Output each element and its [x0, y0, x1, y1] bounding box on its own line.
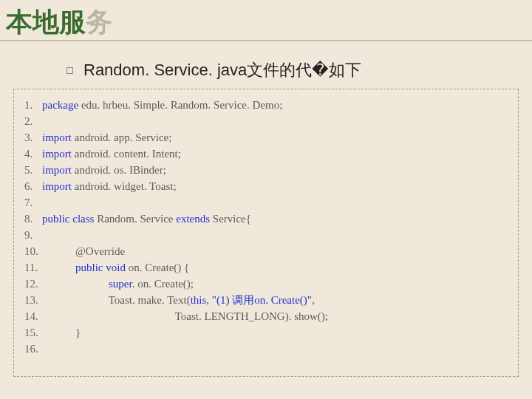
code-line: 6.import android. widget. Toast; [24, 178, 508, 194]
subtitle-row: Random. Service. java文件的代�如下 [66, 59, 361, 81]
slide: 本地服务 Random. Service. java文件的代�如下 1.pack… [0, 0, 532, 399]
line-content: import android. app. Service; [42, 129, 171, 146]
title-underline [0, 40, 532, 41]
page-title: 本地服务 [6, 4, 112, 41]
line-number: 15. [24, 324, 42, 341]
square-bullet-icon [66, 67, 73, 74]
code-line: 15. } [24, 324, 508, 341]
code-line: 5.import android. os. IBinder; [24, 162, 508, 178]
subtitle-text: Random. Service. java文件的代�如下 [83, 59, 361, 81]
code-line: 7. [24, 194, 508, 211]
code-line: 9. [24, 227, 508, 243]
line-number: 1. [24, 97, 42, 113]
line-number: 10. [24, 243, 42, 259]
line-content: import android. content. Intent; [42, 146, 181, 162]
line-content: package edu. hrbeu. Simple. Random. Serv… [42, 97, 282, 113]
code-line: 1.package edu. hrbeu. Simple. Random. Se… [24, 97, 508, 113]
line-number: 13. [24, 292, 42, 308]
code-line: 10. @Override [24, 243, 508, 259]
line-content: import android. widget. Toast; [42, 178, 177, 194]
code-line: 3.import android. app. Service; [24, 129, 508, 146]
code-line: 8.public class Random. Service extends S… [24, 211, 508, 227]
line-number: 11. [24, 259, 42, 276]
line-number: 2. [24, 113, 42, 129]
code-line: 4.import android. content. Intent; [24, 146, 508, 162]
line-number: 5. [24, 162, 42, 178]
line-content: import android. os. IBinder; [42, 162, 166, 178]
code-line: 12. super. on. Create(); [24, 276, 508, 292]
line-number: 9. [24, 227, 42, 243]
code-line: 13. Toast. make. Text(this, "(1) 调用on. C… [24, 292, 508, 308]
line-content: @Override [42, 243, 125, 259]
line-number: 8. [24, 211, 42, 227]
code-line: 11. public void on. Create() { [24, 259, 508, 276]
line-number: 7. [24, 194, 42, 211]
line-content: Toast. make. Text(this, "(1) 调用on. Creat… [42, 292, 315, 308]
line-content: super. on. Create(); [42, 276, 194, 292]
line-content: Toast. LENGTH_LONG). show(); [42, 308, 328, 324]
line-number: 14. [24, 308, 42, 324]
line-number: 16. [24, 341, 42, 357]
code-line: 14. Toast. LENGTH_LONG). show(); [24, 308, 508, 324]
title-part-2: 务 [86, 7, 112, 37]
code-block: 1.package edu. hrbeu. Simple. Random. Se… [13, 89, 519, 377]
line-content: } [42, 324, 81, 341]
line-content: public class Random. Service extends Ser… [42, 211, 251, 227]
line-number: 3. [24, 129, 42, 146]
line-number: 6. [24, 178, 42, 194]
line-content: public void on. Create() { [42, 259, 189, 276]
code-line: 16. [24, 341, 508, 357]
title-part-1: 本地服 [6, 7, 86, 37]
line-number: 12. [24, 276, 42, 292]
code-line: 2. [24, 113, 508, 129]
line-number: 4. [24, 146, 42, 162]
